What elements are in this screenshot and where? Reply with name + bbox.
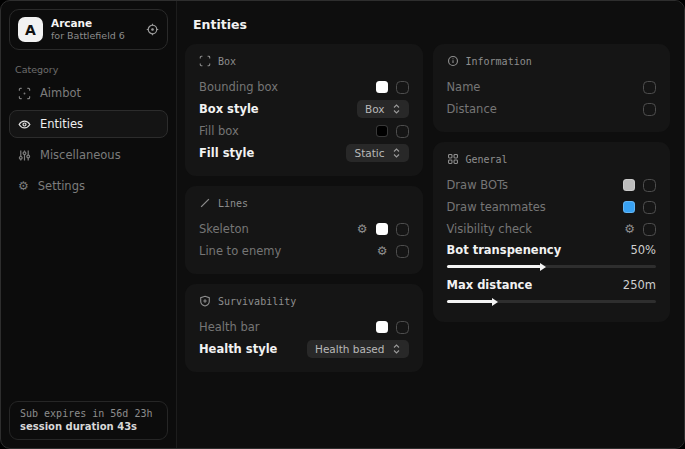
- gear-icon: ⚙: [18, 180, 29, 192]
- category-label: Category: [15, 64, 168, 75]
- setting-row-draw-teammates: Draw teammates: [447, 196, 657, 218]
- sidebar-item-label: Aimbot: [40, 86, 81, 100]
- slider-value: 250m: [623, 278, 656, 292]
- setting-row-fill-box: Fill box: [199, 120, 409, 142]
- scope-icon[interactable]: [146, 23, 159, 36]
- grid-icon: [447, 153, 459, 165]
- sidebar: A Arcane for Battlefield 6 Category: [1, 1, 177, 448]
- setting-row-box-style: Box style Box: [199, 98, 409, 120]
- checkbox[interactable]: [643, 223, 656, 236]
- health-style-dropdown[interactable]: Health based: [307, 340, 409, 358]
- section-lines: Lines Skeleton ⚙ Line to enemy ⚙: [185, 186, 423, 274]
- setting-row-visibility-check: Visibility check ⚙: [447, 218, 657, 240]
- section-title: Survivability: [218, 296, 296, 307]
- section-box: Box Bounding box Box style Box: [185, 44, 423, 176]
- checkbox[interactable]: [396, 81, 409, 94]
- eye-icon: [18, 118, 31, 131]
- color-swatch[interactable]: [376, 125, 388, 137]
- section-title: General: [466, 154, 508, 165]
- setting-row-health-bar: Health bar: [199, 316, 409, 338]
- checkbox[interactable]: [396, 125, 409, 138]
- app-name: Arcane: [51, 17, 138, 30]
- bot-transparency-slider[interactable]: [447, 265, 657, 268]
- section-general: General Draw BOTs Draw teammates: [433, 142, 671, 322]
- gear-icon[interactable]: ⚙: [357, 223, 368, 235]
- box-dashed-icon: [199, 55, 211, 67]
- box-style-dropdown[interactable]: Box: [357, 100, 409, 118]
- section-title: Information: [466, 56, 532, 67]
- color-swatch[interactable]: [623, 201, 635, 213]
- sidebar-item-label: Entities: [40, 117, 83, 131]
- updown-arrows-icon: [392, 344, 401, 354]
- sliders-icon: [18, 149, 31, 162]
- slider-value: 50%: [630, 243, 656, 257]
- updown-arrows-icon: [392, 104, 401, 114]
- info-circle-icon: [447, 55, 459, 67]
- setting-row-max-distance: Max distance 250m: [447, 275, 657, 303]
- section-title: Box: [218, 56, 236, 67]
- gear-icon[interactable]: ⚙: [377, 245, 388, 257]
- gear-icon[interactable]: ⚙: [624, 223, 635, 235]
- setting-row-skeleton: Skeleton ⚙: [199, 218, 409, 240]
- sidebar-item-miscellaneous[interactable]: Miscellaneous: [9, 141, 168, 169]
- checkbox[interactable]: [396, 223, 409, 236]
- setting-row-bounding-box: Bounding box: [199, 76, 409, 98]
- setting-row-distance: Distance: [447, 98, 657, 120]
- checkbox[interactable]: [643, 201, 656, 214]
- sidebar-item-settings[interactable]: ⚙ Settings: [9, 172, 168, 200]
- setting-row-draw-bots: Draw BOTs: [447, 174, 657, 196]
- setting-row-name: Name: [447, 76, 657, 98]
- shield-icon: [199, 295, 211, 307]
- page-title: Entities: [193, 17, 670, 32]
- max-distance-slider[interactable]: [447, 300, 657, 303]
- session-duration: session duration 43s: [20, 421, 157, 432]
- color-swatch[interactable]: [376, 321, 388, 333]
- sidebar-item-entities[interactable]: Entities: [9, 110, 168, 138]
- sidebar-item-label: Miscellaneous: [40, 148, 121, 162]
- app-logo: A: [18, 17, 43, 42]
- checkbox[interactable]: [643, 81, 656, 94]
- setting-row-line-to-enemy: Line to enemy ⚙: [199, 240, 409, 262]
- updown-arrows-icon: [392, 148, 401, 158]
- sidebar-item-label: Settings: [38, 179, 85, 193]
- color-swatch[interactable]: [376, 223, 388, 235]
- main-panel: Entities Box Bounding box: [177, 1, 684, 448]
- crosshair-icon: [18, 87, 31, 100]
- app-subtitle: for Battlefield 6: [51, 30, 138, 42]
- app-window: A Arcane for Battlefield 6 Category: [0, 0, 685, 449]
- section-information: Information Name Distance: [433, 44, 671, 132]
- setting-row-bot-transparency: Bot transpenency 50%: [447, 240, 657, 268]
- subscription-info: Sub expires in 56d 23h session duration …: [9, 401, 168, 440]
- setting-row-fill-style: Fill style Static: [199, 142, 409, 164]
- sub-expiry: Sub expires in 56d 23h: [20, 408, 157, 419]
- diagonal-line-icon: [199, 197, 211, 209]
- fill-style-dropdown[interactable]: Static: [346, 144, 408, 162]
- checkbox[interactable]: [643, 103, 656, 116]
- section-title: Lines: [218, 198, 248, 209]
- sidebar-item-aimbot[interactable]: Aimbot: [9, 79, 168, 107]
- sidebar-nav: Aimbot Entities Miscella: [9, 79, 168, 200]
- checkbox[interactable]: [643, 179, 656, 192]
- checkbox[interactable]: [396, 321, 409, 334]
- color-swatch[interactable]: [623, 179, 635, 191]
- section-survivability: Survivability Health bar Health style He…: [185, 284, 423, 372]
- brand-card: A Arcane for Battlefield 6: [9, 9, 168, 50]
- color-swatch[interactable]: [376, 81, 388, 93]
- checkbox[interactable]: [396, 245, 409, 258]
- setting-row-health-style: Health style Health based: [199, 338, 409, 360]
